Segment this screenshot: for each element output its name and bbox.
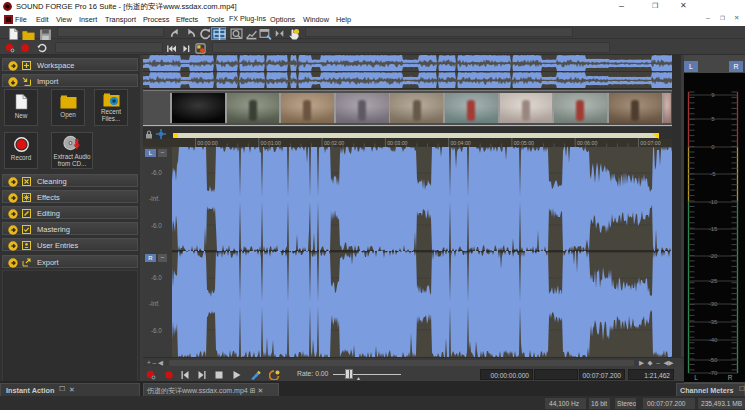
svg-text:-40: -40 (709, 337, 718, 343)
svg-text:00:06:00: 00:06:00 (577, 140, 597, 146)
svg-text:00:04:00: 00:04:00 (450, 140, 470, 146)
svg-text:-35: -35 (709, 319, 718, 325)
svg-text:00:01:00: 00:01:00 (261, 140, 281, 146)
svg-text:-10: -10 (709, 199, 718, 205)
svg-text:L: L (694, 374, 698, 381)
svg-text:00:02:00: 00:02:00 (324, 140, 344, 146)
svg-text:R: R (728, 374, 733, 381)
svg-text:00:05:00: 00:05:00 (514, 140, 534, 146)
svg-text:-70: -70 (709, 370, 718, 376)
svg-text:-20: -20 (709, 253, 718, 259)
svg-text:-5: -5 (710, 171, 716, 177)
svg-text:00:03:00: 00:03:00 (387, 140, 407, 146)
svg-text:00:00:00: 00:00:00 (197, 140, 217, 146)
svg-text:00:07:00: 00:07:00 (640, 140, 660, 146)
svg-text:-50: -50 (709, 357, 718, 363)
svg-text:-30: -30 (709, 301, 718, 307)
svg-text:-15: -15 (709, 226, 718, 232)
svg-text:-25: -25 (709, 278, 718, 284)
